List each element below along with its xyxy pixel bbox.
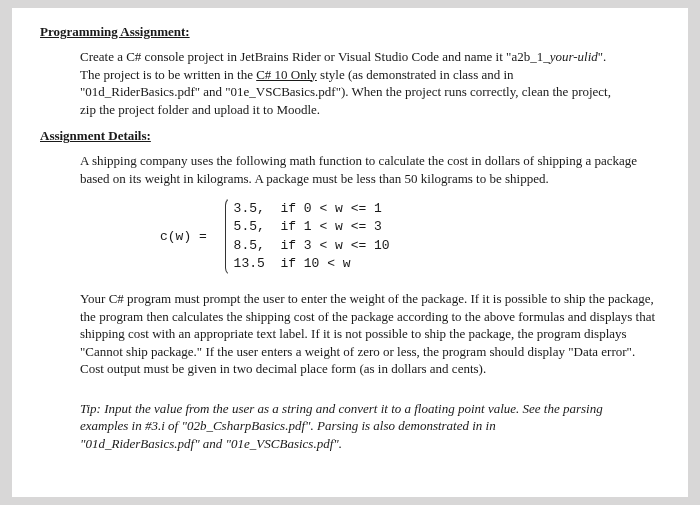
- intro-line4: zip the project folder and upload it to …: [80, 102, 320, 117]
- formula-brace: 3.5, if 0 < w <= 1 5.5, if 1 < w <= 3 8.…: [225, 197, 390, 276]
- intro-line3: "01d_RiderBasics.pdf" and "01e_VSCBasics…: [80, 84, 611, 99]
- formula-row-3: 8.5, if 3 < w <= 10: [234, 237, 390, 255]
- formula-row-2: 5.5, if 1 < w <= 3: [234, 218, 390, 236]
- tip-line2: examples in #3.i of "02b_CsharpBasics.pd…: [80, 418, 496, 433]
- document-page: Programming Assignment: Create a C# cons…: [12, 8, 688, 497]
- tip-paragraph: Tip: Input the value from the user as a …: [80, 400, 660, 453]
- intro-line2a: The project is to be written in the: [80, 67, 256, 82]
- formula-row-4: 13.5 if 10 < w: [234, 255, 390, 273]
- formula-row-1: 3.5, if 0 < w <= 1: [234, 200, 390, 218]
- intro-line1b-italic: your-ulid: [550, 49, 598, 64]
- details-paragraph-2: Your C# program must prompt the user to …: [80, 290, 660, 378]
- formula-label: c(w) =: [160, 229, 225, 244]
- intro-line2c: style (as demonstrated in class and in: [317, 67, 514, 82]
- intro-line2b-underline: C# 10 Only: [256, 67, 317, 82]
- heading-assignment-details: Assignment Details:: [40, 128, 660, 144]
- intro-line1a: Create a C# console project in JetBrains…: [80, 49, 550, 64]
- details-paragraph-1: A shipping company uses the following ma…: [80, 152, 660, 187]
- intro-paragraph: Create a C# console project in JetBrains…: [80, 48, 660, 118]
- intro-line1c: ".: [598, 49, 607, 64]
- tip-line3: "01d_RiderBasics.pdf" and "01e_VSCBasics…: [80, 436, 342, 451]
- piecewise-formula: c(w) = 3.5, if 0 < w <= 1 5.5, if 1 < w …: [160, 197, 660, 276]
- tip-line1: Tip: Input the value from the user as a …: [80, 401, 603, 416]
- heading-programming-assignment: Programming Assignment:: [40, 24, 660, 40]
